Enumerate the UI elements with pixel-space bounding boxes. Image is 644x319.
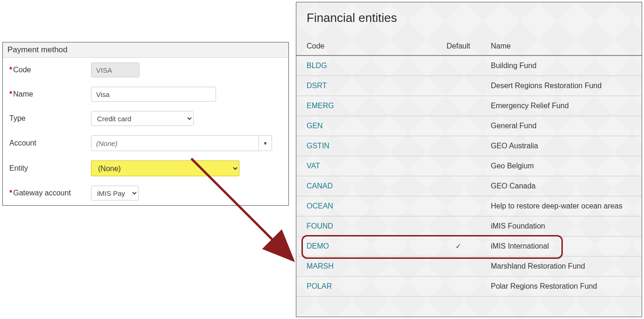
table-row: CANADGEO Canada [296,176,642,196]
name-input[interactable] [91,87,216,102]
table-row: POLARPolar Regions Restoration Fund [296,277,642,297]
col-header-default[interactable]: Default [436,37,481,55]
entity-code-link[interactable]: GSTIN [307,142,329,150]
cell-code: BLDG [296,55,436,76]
required-asterisk: * [9,66,12,74]
label-account: Account [9,139,91,147]
col-header-code[interactable]: Code [296,37,436,55]
entity-select[interactable]: (None) [91,160,239,176]
entity-code-link[interactable]: OCEAN [307,202,333,210]
entity-code-link[interactable]: DEMO [307,242,329,250]
label-gateway: *Gateway account [9,189,91,197]
table-row: EMERGEmergency Relief Fund [296,96,642,116]
table-row: BLDGBuilding Fund [296,55,642,76]
entity-code-link[interactable]: FOUND [307,222,333,230]
entity-code-link[interactable]: CANAD [307,182,333,190]
row-name: *Name [3,82,288,106]
cell-name: Help to restore deep-water ocean areas [481,196,642,216]
cell-default [436,176,481,196]
row-code: *Code [3,58,288,82]
cell-name: Building Fund [481,55,642,76]
row-account: Account ▼ [3,131,288,156]
table-row: GENGeneral Fund [296,116,642,136]
cell-default: ✓ [436,236,481,257]
cell-default [436,76,481,96]
table-row: FOUNDiMIS Foundation [296,216,642,236]
table-row: GSTINGEO Australia [296,136,642,156]
cell-code: GSTIN [296,136,436,156]
label-code: *Code [9,66,91,74]
cell-default [436,116,481,136]
payment-method-panel: Payment method *Code *Name Type Credit c… [2,42,289,206]
account-combo: ▼ [91,135,272,151]
label-type: Type [9,114,91,123]
entity-code-link[interactable]: BLDG [307,62,327,69]
cell-name: General Fund [481,116,642,136]
row-type: Type Credit card [3,106,288,131]
type-select[interactable]: Credit card [91,111,194,126]
cell-code: FOUND [296,216,436,236]
cell-name: iMIS International [481,236,642,257]
table-row: DEMO✓iMIS International [296,236,642,257]
cell-default [436,156,481,176]
cell-code: DEMO [296,236,436,257]
cell-name: iMIS Foundation [481,216,642,236]
row-entity: Entity (None) [3,156,288,181]
caret-down-icon: ▼ [263,141,268,146]
cell-default [436,96,481,116]
required-asterisk: * [9,90,12,98]
cell-code: DSRT [296,76,436,96]
account-dropdown-button[interactable]: ▼ [259,135,272,151]
cell-code: EMERG [296,96,436,116]
table-row: MARSHMarshland Restoration Fund [296,257,642,277]
panel-title: Payment method [3,42,288,58]
row-gateway: *Gateway account iMIS Pay [3,181,288,205]
cell-name: Geo Belgium [481,156,642,176]
code-input [91,62,140,77]
table-row: VATGeo Belgium [296,156,642,176]
cell-code: MARSH [296,257,436,277]
col-header-name[interactable]: Name [481,37,642,55]
entities-table: Code Default Name BLDGBuilding FundDSRTD… [296,37,642,297]
cell-name: Polar Regions Restoration Fund [481,277,642,297]
entities-title: Financial entities [296,2,642,37]
table-header-row: Code Default Name [296,37,642,55]
cell-default [436,277,481,297]
gateway-select[interactable]: iMIS Pay [91,186,139,201]
cell-name: Marshland Restoration Fund [481,257,642,277]
entity-code-link[interactable]: POLAR [307,282,332,290]
entity-code-link[interactable]: GEN [307,122,323,130]
cell-code: CANAD [296,176,436,196]
financial-entities-panel: Financial entities Code Default Name BLD… [296,2,642,317]
entity-code-link[interactable]: VAT [307,162,320,170]
cell-name: Emergency Relief Fund [481,96,642,116]
cell-default [436,55,481,76]
account-input[interactable] [91,135,259,151]
required-asterisk: * [9,189,12,197]
cell-code: GEN [296,116,436,136]
cell-default [436,196,481,216]
cell-name: GEO Canada [481,176,642,196]
entity-code-link[interactable]: EMERG [307,102,334,110]
table-row: OCEANHelp to restore deep-water ocean ar… [296,196,642,216]
entity-code-link[interactable]: MARSH [307,262,334,270]
entity-code-link[interactable]: DSRT [307,82,327,90]
checkmark-icon: ✓ [455,242,462,250]
cell-code: OCEAN [296,196,436,216]
cell-name: GEO Australia [481,136,642,156]
cell-default [436,136,481,156]
cell-name: Desert Regions Restoration Fund [481,76,642,96]
cell-default [436,257,481,277]
cell-code: POLAR [296,277,436,297]
cell-default [436,216,481,236]
label-entity: Entity [9,164,91,173]
table-row: DSRTDesert Regions Restoration Fund [296,76,642,96]
label-name: *Name [9,90,91,98]
cell-code: VAT [296,156,436,176]
